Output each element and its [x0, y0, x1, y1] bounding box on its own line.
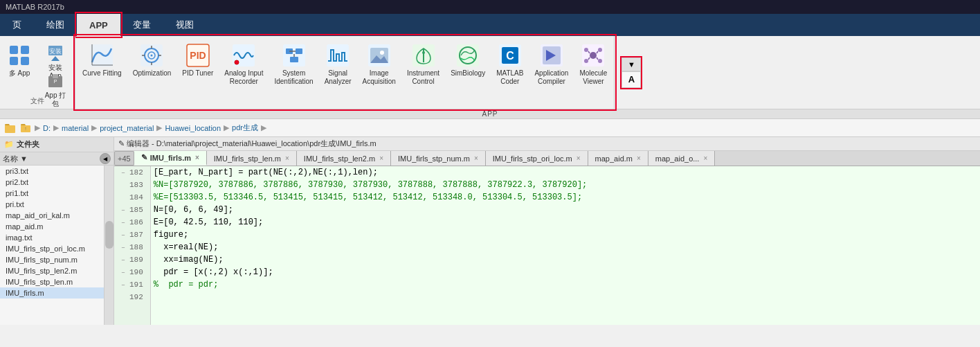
menu-variable[interactable]: 变量: [120, 14, 163, 36]
package-icon: P: [43, 71, 68, 90]
file-item[interactable]: pri2.txt: [0, 177, 104, 188]
svg-point-37: [422, 51, 425, 54]
tab-close[interactable]: ×: [577, 154, 581, 162]
editor-path: 编辑器 - D:\material\project_material\Huawe…: [127, 139, 376, 148]
tab-close[interactable]: ×: [195, 154, 199, 161]
analog-input-button[interactable]: Analog InputRecorder: [220, 40, 267, 96]
tab-close[interactable]: ×: [379, 154, 383, 162]
a-icon: A: [628, 74, 635, 84]
file-item[interactable]: pri.txt: [0, 199, 104, 210]
code-line-188: x=real(NE);: [154, 241, 977, 253]
menu-view[interactable]: 视图: [163, 14, 206, 36]
matlab-coder-icon: C: [498, 43, 523, 68]
file-item[interactable]: map_aid_ori_kal.m: [0, 210, 104, 221]
simbiology-icon: [455, 43, 480, 68]
svg-text:安装: 安装: [49, 48, 62, 55]
simbiology-button[interactable]: SimBiology: [446, 40, 489, 96]
svg-text:PID: PID: [190, 50, 206, 61]
editor-tab-stp-num[interactable]: IMU_firls_stp_num.m ×: [391, 151, 486, 166]
pid-tuner-button[interactable]: PID PID Tuner: [178, 40, 217, 96]
svg-rect-28: [290, 57, 298, 62]
matlab-coder-button[interactable]: C MATLABCoder: [492, 40, 527, 96]
add-app-button[interactable]: 多 App: [3, 40, 36, 96]
editor-tab-stp-len[interactable]: IMU_firls_stp_len.m ×: [207, 151, 297, 166]
image-acq-button[interactable]: ImageAcquisition: [359, 40, 400, 96]
instrument-ctrl-button[interactable]: InstrumentControl: [403, 40, 444, 96]
file-list: pri3.txt pri2.txt pri1.txt pri.txt map_a…: [0, 166, 104, 325]
app-compiler-label: ApplicationCompiler: [534, 69, 568, 86]
file-item[interactable]: map_aid.m: [0, 221, 104, 232]
editor-icon: ✎: [118, 139, 127, 148]
tab-close[interactable]: ×: [474, 154, 478, 162]
install-app-button[interactable]: 安装 安装App: [39, 40, 72, 66]
file-item[interactable]: IMU_firls_stp_len2.m: [0, 265, 104, 276]
system-id-button[interactable]: SystemIdentification: [270, 40, 317, 96]
file-item[interactable]: pri1.txt: [0, 188, 104, 199]
menu-app[interactable]: APP: [77, 14, 120, 36]
app-compiler-button[interactable]: ApplicationCompiler: [530, 40, 572, 96]
svg-point-51: [598, 59, 602, 63]
tab-close[interactable]: ×: [703, 154, 707, 162]
analog-icon: [231, 43, 256, 68]
up-folder-icon[interactable]: ↑: [19, 122, 32, 134]
file-item[interactable]: pri3.txt: [0, 166, 104, 177]
code-area[interactable]: –182 183 184 –185 –186 –187 –188 –189 –1…: [114, 166, 980, 325]
optimization-button[interactable]: Optimization: [129, 40, 176, 96]
scroll-thumb[interactable]: [105, 221, 114, 249]
code-line-183: %N=[3787920, 3787886, 3787886, 3787930, …: [154, 179, 977, 191]
code-line-186: E=[0, 42.5, 110, 110];: [154, 216, 977, 229]
tab-close[interactable]: ×: [285, 154, 289, 162]
ribbon-apps-section: Curve Fitting Optimization: [75, 36, 615, 109]
app-compiler-icon: [539, 43, 564, 68]
app-section-label: APP: [0, 109, 980, 118]
editor-tab-map-aid[interactable]: map_aid.m ×: [588, 151, 648, 166]
ribbon-dropdown-button[interactable]: ▼: [621, 57, 641, 71]
file-panel-title: 文件夹: [17, 139, 39, 150]
molecule-viewer-button[interactable]: MoleculeViewer: [575, 40, 611, 96]
curve-fitting-icon: [89, 43, 114, 68]
ribbon-file-section: 多 App 安装 安装App: [0, 36, 75, 109]
svg-text:C: C: [506, 50, 514, 62]
tab-close[interactable]: ×: [637, 154, 641, 162]
svg-marker-6: [51, 56, 60, 61]
signal-icon: [325, 43, 350, 68]
editor-tab-ori-loc[interactable]: IMU_firls_stp_ori_loc.m ×: [486, 151, 588, 166]
file-collapse-btn[interactable]: ◀: [100, 153, 111, 164]
bc-d[interactable]: D:: [43, 124, 51, 132]
code-lines[interactable]: [E_part, N_part] = part(NE(:,2),NE(:,1),…: [151, 166, 980, 325]
scroll-indicator[interactable]: [104, 166, 114, 325]
menu-bar: 页 绘图 APP 变量 视图: [0, 14, 980, 36]
file-list-container: pri3.txt pri2.txt pri1.txt pri.txt map_a…: [0, 166, 114, 325]
menu-home[interactable]: 页: [0, 14, 34, 36]
svg-rect-3: [21, 57, 29, 65]
folder-icon[interactable]: [4, 122, 17, 134]
tab-left-btn[interactable]: +45: [114, 151, 134, 166]
bc-material[interactable]: material: [62, 124, 89, 132]
tab-label: IMU_firls.m: [150, 154, 191, 162]
file-item[interactable]: IMU_firls_stp_num.m: [0, 254, 104, 265]
ribbon-right-controls: ▼ A: [615, 36, 648, 109]
ribbon-expand-controls: ▼ A: [620, 56, 642, 89]
editor-tab-stp-len2[interactable]: IMU_firls_stp_len2.m ×: [297, 151, 391, 166]
file-item[interactable]: IMU_firls_stp_len.m: [0, 276, 104, 287]
file-item[interactable]: imag.txt: [0, 232, 104, 243]
menu-plot[interactable]: 绘图: [34, 14, 77, 36]
file-item-selected[interactable]: IMU_firls.m: [0, 287, 104, 299]
svg-point-49: [598, 48, 602, 52]
bc-huawei[interactable]: Huawei_location: [165, 124, 221, 132]
file-item[interactable]: IMU_firls_stp_ori_loc.m: [0, 243, 104, 254]
svg-text:↑: ↑: [24, 126, 27, 131]
svg-rect-1: [21, 46, 29, 54]
main-area: 📁 文件夹 名称 ▼ ◀ pri3.txt pri2.txt pri1.txt …: [0, 137, 980, 325]
signal-analyzer-button[interactable]: SignalAnalyzer: [320, 40, 356, 96]
editor-tab-imu-firls[interactable]: ✎ IMU_firls.m ×: [134, 151, 207, 166]
signal-label: SignalAnalyzer: [325, 69, 352, 86]
system-id-label: SystemIdentification: [274, 69, 313, 86]
editor-tab-map-aid-o[interactable]: map_aid_o... ×: [648, 151, 715, 166]
package-app-button[interactable]: P App 打包: [39, 68, 72, 94]
bc-project[interactable]: project_material: [100, 124, 154, 132]
bc-pdr[interactable]: pdr生成: [232, 123, 258, 133]
curve-fitting-button[interactable]: Curve Fitting: [78, 40, 126, 96]
install-section: 安装 安装App P App 打包: [39, 40, 72, 94]
ribbon-a-button[interactable]: A: [621, 71, 641, 88]
